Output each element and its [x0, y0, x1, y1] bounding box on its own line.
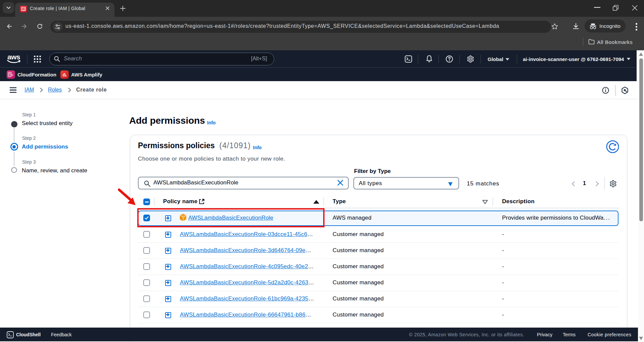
- svg-text:aws: aws: [7, 53, 20, 61]
